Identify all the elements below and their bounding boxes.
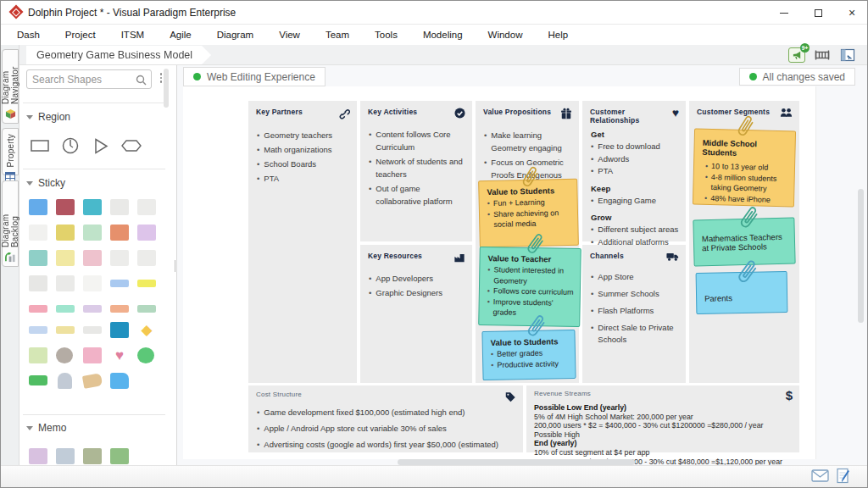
green-memo[interactable] [110,448,129,464]
lavender-strip[interactable] [83,305,102,313]
key-activities-title: Key Activities [368,108,417,116]
pink-pinned-pad[interactable] [83,250,102,266]
lined-strip[interactable] [29,326,47,334]
tab-diagram-backlog[interactable]: Diagram Backlog [2,180,19,267]
calendar-sticker[interactable] [110,322,129,338]
pale-green-note[interactable] [29,347,47,363]
hexagon-shape-icon[interactable] [121,136,142,155]
pink-tape[interactable] [29,305,47,313]
compose-icon[interactable] [837,468,850,487]
spiral-notepad[interactable] [29,250,47,266]
web-editing-badge[interactable]: Web Editing Experience [183,67,326,86]
yellow-note[interactable] [56,250,75,266]
menu-item[interactable]: ITSM [108,25,157,45]
breadcrumb[interactable]: Geometry Game Business Model [26,46,211,64]
purple-top-note[interactable] [137,225,156,241]
menu-item[interactable]: Diagram [204,25,266,45]
clock-shape-icon[interactable] [60,136,81,155]
heart-sticker[interactable]: ♥ [110,347,129,363]
status-bar [1,465,868,488]
section-revenue-streams[interactable]: Revenue Streams $ Possible Low End (year… [526,385,799,452]
megaphone-icon[interactable]: 9+ [787,47,806,64]
orange-sticky[interactable] [110,225,129,241]
green-pad[interactable] [83,225,102,241]
marker-strip[interactable] [83,326,102,334]
gear-sticker[interactable] [56,347,73,363]
yellow-highlight-strip[interactable] [137,280,156,287]
pinned-note[interactable] [29,225,47,241]
mail-icon[interactable] [811,469,829,485]
red-sticky[interactable] [56,199,75,215]
maximize-button[interactable] [801,1,835,25]
wavy-flag[interactable] [29,275,47,291]
olive-memo[interactable] [83,448,102,464]
panel-layout-icon[interactable] [838,47,857,64]
window-title: Dolphin Project * - Visual Paradigm Ente… [28,7,236,19]
check-circle-icon [454,108,465,120]
menu-item[interactable]: Team [313,25,362,45]
orange-tape[interactable] [110,305,129,313]
menu-item[interactable]: View [266,25,313,45]
rectangle-shape-icon[interactable] [30,136,50,155]
curved-note[interactable] [56,275,75,291]
white-note[interactable] [83,275,102,291]
menu-item[interactable]: Tools [362,25,410,45]
horizontal-scrollbar[interactable] [398,459,635,465]
list-item: Math organizations [257,143,350,156]
teal-tape[interactable] [56,305,75,313]
person-sticker[interactable] [58,373,72,389]
tab-property[interactable]: Property [2,128,19,175]
gray-note[interactable] [110,199,129,215]
purple-memo[interactable] [29,448,47,464]
minimize-button[interactable] [767,1,801,25]
section-channels[interactable]: Channels App StoreSummer SchoolsFlash Pl… [582,245,686,383]
teal-sticky[interactable] [83,199,102,215]
thumb-sticker[interactable] [110,373,129,389]
section-cost-structure[interactable]: Cost Structure Game development fixed $1… [248,385,523,452]
menu-item[interactable]: Help [535,25,581,45]
list-item: Graphic Designers [369,286,465,299]
tab-diagram-navigator[interactable]: Diagram Navigator [2,49,19,124]
section-key-resources[interactable]: Key Resources App DevelopersGraphic Desi… [360,245,472,383]
gray-memo[interactable] [56,448,75,464]
bag-sticker[interactable] [137,347,154,363]
torn-note[interactable] [110,250,129,266]
section-memo[interactable]: Memo [26,422,66,434]
group-heading-keep: Keep [582,178,686,195]
green-tape[interactable] [137,305,156,313]
search-icon[interactable] [136,74,147,89]
gray-square-note[interactable] [137,250,156,266]
plaid-sticky[interactable] [56,225,75,241]
revenue-line: End (yearly) [534,439,793,448]
section-customer-relationships[interactable]: Customer Relationships ♥ Get Free to dow… [582,101,686,241]
frame-icon[interactable] [813,47,832,64]
section-sticky[interactable]: Sticky [26,177,65,189]
gem-sticker[interactable]: ◆ [137,322,156,338]
gift-sticker[interactable] [83,347,102,363]
customer-relationships-title: Customer Relationships [590,108,672,125]
section-region[interactable]: Region [26,111,70,123]
menu-item[interactable]: Project [53,25,108,45]
people-icon [780,108,793,119]
menu-item[interactable]: Dash [4,25,53,45]
close-button[interactable]: × [835,1,868,25]
list-item: Direct Sale to Private Schools [591,322,679,346]
blue-highlight-strip[interactable] [110,280,129,287]
tag-sticker[interactable] [82,373,103,389]
banner-sticker[interactable] [29,375,47,385]
list-item: Game development fixed $100,000 (estimat… [257,406,516,419]
menu-item[interactable]: Modeling [410,25,476,45]
triangle-shape-icon[interactable] [91,136,111,155]
blue-sticky[interactable] [29,199,47,215]
dot-strip[interactable] [56,326,75,334]
list-item: Geometry teachers [257,129,350,141]
section-key-activities[interactable]: Key Activities Content follows Core Curr… [360,101,472,241]
group-heading-get: Get [582,125,686,141]
vertical-scrollbar[interactable] [858,189,864,323]
search-input[interactable] [32,71,132,87]
section-key-partners[interactable]: Key Partners Geometry teachersMath organ… [248,101,357,383]
sticky-value-to-teacher[interactable]: Value to Teacher Student interested in G… [478,247,581,327]
menu-item[interactable]: Window [476,25,536,45]
menu-item[interactable]: Agile [157,25,204,45]
folded-note[interactable] [137,199,156,215]
